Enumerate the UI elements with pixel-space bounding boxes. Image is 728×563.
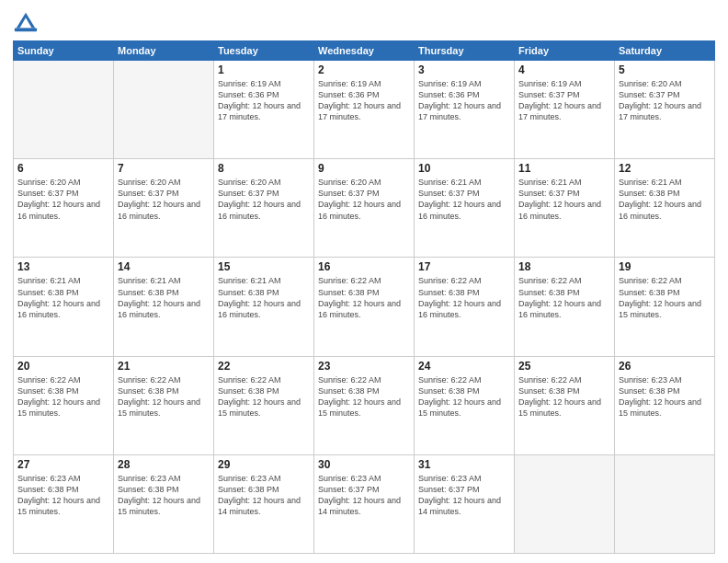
day-number: 2 — [318, 63, 410, 76]
day-number: 31 — [418, 458, 510, 471]
day-cell: 3Sunrise: 6:19 AM Sunset: 6:36 PM Daylig… — [415, 61, 515, 159]
day-cell: 4Sunrise: 6:19 AM Sunset: 6:37 PM Daylig… — [515, 61, 615, 159]
day-number: 11 — [518, 162, 610, 175]
day-number: 19 — [619, 260, 711, 273]
day-info: Sunrise: 6:21 AM Sunset: 6:37 PM Dayligh… — [518, 177, 610, 222]
day-number: 20 — [17, 360, 109, 373]
day-cell: 10Sunrise: 6:21 AM Sunset: 6:37 PM Dayli… — [415, 159, 515, 258]
day-cell: 15Sunrise: 6:21 AM Sunset: 6:38 PM Dayli… — [214, 258, 314, 356]
day-cell: 17Sunrise: 6:22 AM Sunset: 6:38 PM Dayli… — [415, 258, 515, 356]
day-cell: 12Sunrise: 6:21 AM Sunset: 6:38 PM Dayli… — [615, 159, 715, 258]
day-cell: 8Sunrise: 6:20 AM Sunset: 6:37 PM Daylig… — [214, 159, 314, 258]
day-cell — [515, 454, 615, 553]
day-info: Sunrise: 6:19 AM Sunset: 6:36 PM Dayligh… — [318, 78, 410, 123]
day-number: 17 — [418, 260, 510, 273]
week-row-4: 27Sunrise: 6:23 AM Sunset: 6:38 PM Dayli… — [14, 454, 715, 553]
day-info: Sunrise: 6:19 AM Sunset: 6:36 PM Dayligh… — [218, 78, 310, 123]
day-info: Sunrise: 6:19 AM Sunset: 6:36 PM Dayligh… — [418, 78, 510, 123]
day-cell: 7Sunrise: 6:20 AM Sunset: 6:37 PM Daylig… — [114, 159, 214, 258]
day-cell: 16Sunrise: 6:22 AM Sunset: 6:38 PM Dayli… — [314, 258, 415, 356]
day-cell: 21Sunrise: 6:22 AM Sunset: 6:38 PM Dayli… — [114, 356, 214, 454]
logo — [13, 9, 42, 35]
day-number: 6 — [17, 162, 109, 175]
svg-rect-2 — [15, 29, 37, 32]
day-info: Sunrise: 6:19 AM Sunset: 6:37 PM Dayligh… — [518, 78, 610, 123]
day-cell: 22Sunrise: 6:22 AM Sunset: 6:38 PM Dayli… — [214, 356, 314, 454]
day-cell: 13Sunrise: 6:21 AM Sunset: 6:38 PM Dayli… — [14, 258, 114, 356]
day-number: 24 — [418, 360, 510, 373]
day-info: Sunrise: 6:21 AM Sunset: 6:38 PM Dayligh… — [619, 177, 711, 222]
header-cell-tuesday: Tuesday — [214, 41, 314, 61]
day-number: 25 — [518, 360, 610, 373]
day-cell: 25Sunrise: 6:22 AM Sunset: 6:38 PM Dayli… — [515, 356, 615, 454]
day-number: 16 — [318, 260, 410, 273]
day-cell: 2Sunrise: 6:19 AM Sunset: 6:36 PM Daylig… — [314, 61, 415, 159]
day-info: Sunrise: 6:23 AM Sunset: 6:37 PM Dayligh… — [318, 473, 410, 518]
day-info: Sunrise: 6:22 AM Sunset: 6:38 PM Dayligh… — [318, 275, 410, 320]
day-cell: 5Sunrise: 6:20 AM Sunset: 6:37 PM Daylig… — [615, 61, 715, 159]
day-cell: 9Sunrise: 6:20 AM Sunset: 6:37 PM Daylig… — [314, 159, 415, 258]
day-number: 4 — [518, 63, 610, 76]
day-info: Sunrise: 6:21 AM Sunset: 6:38 PM Dayligh… — [118, 275, 210, 320]
day-number: 1 — [218, 63, 310, 76]
day-info: Sunrise: 6:22 AM Sunset: 6:38 PM Dayligh… — [218, 374, 310, 419]
header-cell-monday: Monday — [114, 41, 214, 61]
day-number: 14 — [118, 260, 210, 273]
day-number: 8 — [218, 162, 310, 175]
day-cell: 14Sunrise: 6:21 AM Sunset: 6:38 PM Dayli… — [114, 258, 214, 356]
day-cell — [114, 61, 214, 159]
day-number: 10 — [418, 162, 510, 175]
day-info: Sunrise: 6:23 AM Sunset: 6:38 PM Dayligh… — [619, 374, 711, 419]
day-info: Sunrise: 6:21 AM Sunset: 6:38 PM Dayligh… — [218, 275, 310, 320]
day-info: Sunrise: 6:22 AM Sunset: 6:38 PM Dayligh… — [518, 275, 610, 320]
day-info: Sunrise: 6:22 AM Sunset: 6:38 PM Dayligh… — [518, 374, 610, 419]
day-number: 23 — [318, 360, 410, 373]
day-number: 30 — [318, 458, 410, 471]
day-cell: 1Sunrise: 6:19 AM Sunset: 6:36 PM Daylig… — [214, 61, 314, 159]
day-cell: 20Sunrise: 6:22 AM Sunset: 6:38 PM Dayli… — [14, 356, 114, 454]
day-number: 28 — [118, 458, 210, 471]
day-number: 9 — [318, 162, 410, 175]
header-row: SundayMondayTuesdayWednesdayThursdayFrid… — [14, 41, 715, 61]
day-cell: 11Sunrise: 6:21 AM Sunset: 6:37 PM Dayli… — [515, 159, 615, 258]
day-cell: 18Sunrise: 6:22 AM Sunset: 6:38 PM Dayli… — [515, 258, 615, 356]
day-number: 21 — [118, 360, 210, 373]
day-info: Sunrise: 6:22 AM Sunset: 6:38 PM Dayligh… — [418, 374, 510, 419]
day-info: Sunrise: 6:20 AM Sunset: 6:37 PM Dayligh… — [318, 177, 410, 222]
day-cell — [14, 61, 114, 159]
day-cell: 31Sunrise: 6:23 AM Sunset: 6:37 PM Dayli… — [415, 454, 515, 553]
day-cell: 23Sunrise: 6:22 AM Sunset: 6:38 PM Dayli… — [314, 356, 415, 454]
day-cell: 27Sunrise: 6:23 AM Sunset: 6:38 PM Dayli… — [14, 454, 114, 553]
day-info: Sunrise: 6:23 AM Sunset: 6:38 PM Dayligh… — [17, 473, 109, 518]
day-info: Sunrise: 6:20 AM Sunset: 6:37 PM Dayligh… — [218, 177, 310, 222]
week-row-0: 1Sunrise: 6:19 AM Sunset: 6:36 PM Daylig… — [14, 61, 715, 159]
day-number: 13 — [17, 260, 109, 273]
day-number: 29 — [218, 458, 310, 471]
day-info: Sunrise: 6:20 AM Sunset: 6:37 PM Dayligh… — [619, 78, 711, 123]
day-info: Sunrise: 6:22 AM Sunset: 6:38 PM Dayligh… — [418, 275, 510, 320]
calendar-table: SundayMondayTuesdayWednesdayThursdayFrid… — [13, 40, 715, 554]
day-info: Sunrise: 6:22 AM Sunset: 6:38 PM Dayligh… — [619, 275, 711, 320]
header-cell-thursday: Thursday — [415, 41, 515, 61]
week-row-1: 6Sunrise: 6:20 AM Sunset: 6:37 PM Daylig… — [14, 159, 715, 258]
day-number: 27 — [17, 458, 109, 471]
day-number: 15 — [218, 260, 310, 273]
day-cell: 28Sunrise: 6:23 AM Sunset: 6:38 PM Dayli… — [114, 454, 214, 553]
header-cell-saturday: Saturday — [615, 41, 715, 61]
day-number: 5 — [619, 63, 711, 76]
day-cell: 6Sunrise: 6:20 AM Sunset: 6:37 PM Daylig… — [14, 159, 114, 258]
day-cell — [615, 454, 715, 553]
day-info: Sunrise: 6:21 AM Sunset: 6:38 PM Dayligh… — [17, 275, 109, 320]
day-info: Sunrise: 6:20 AM Sunset: 6:37 PM Dayligh… — [118, 177, 210, 222]
day-cell: 19Sunrise: 6:22 AM Sunset: 6:38 PM Dayli… — [615, 258, 715, 356]
day-info: Sunrise: 6:23 AM Sunset: 6:38 PM Dayligh… — [218, 473, 310, 518]
day-number: 18 — [518, 260, 610, 273]
week-row-3: 20Sunrise: 6:22 AM Sunset: 6:38 PM Dayli… — [14, 356, 715, 454]
day-info: Sunrise: 6:20 AM Sunset: 6:37 PM Dayligh… — [17, 177, 109, 222]
day-number: 3 — [418, 63, 510, 76]
day-cell: 26Sunrise: 6:23 AM Sunset: 6:38 PM Dayli… — [615, 356, 715, 454]
week-row-2: 13Sunrise: 6:21 AM Sunset: 6:38 PM Dayli… — [14, 258, 715, 356]
day-info: Sunrise: 6:23 AM Sunset: 6:37 PM Dayligh… — [418, 473, 510, 518]
logo-icon — [13, 9, 39, 35]
day-info: Sunrise: 6:22 AM Sunset: 6:38 PM Dayligh… — [17, 374, 109, 419]
